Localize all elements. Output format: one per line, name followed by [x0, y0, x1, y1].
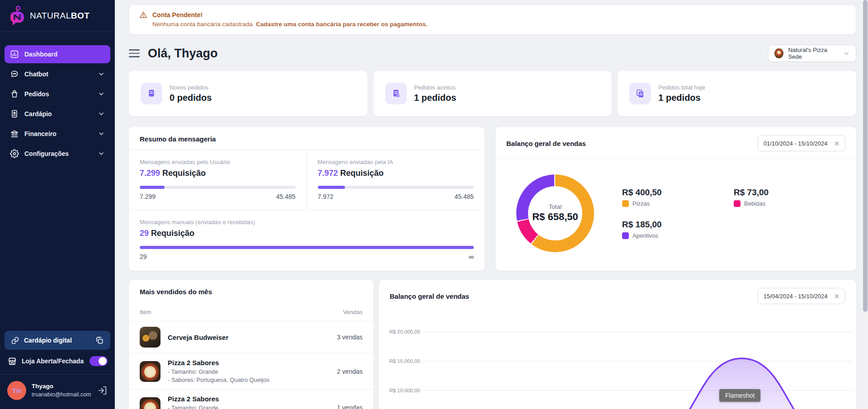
- donut-total-label: Total: [549, 203, 562, 210]
- date-range-filter[interactable]: 01/10/2024 - 15/10/2024 ✕: [758, 135, 845, 151]
- y-tick: R$ 10.000,00: [389, 388, 420, 393]
- page-scrollbar[interactable]: [863, 0, 868, 409]
- stat-value: 0 pedidos: [170, 93, 212, 103]
- shopping-bag-icon: [10, 89, 19, 99]
- storefront-icon: [7, 356, 17, 366]
- stat-label: Pedidos total hoje: [658, 84, 705, 91]
- donut-chart: Total R$ 658,50: [516, 174, 594, 252]
- chevron-down-icon: [98, 130, 105, 137]
- card-title: Resumo da mensageria: [140, 135, 216, 143]
- copy-icon[interactable]: [95, 336, 104, 345]
- metric-ia-messages: Mensagens enviadas pela IA 7.972 Requisi…: [307, 150, 485, 210]
- alert-action-link[interactable]: Cadastre uma conta bancária para receber…: [256, 21, 428, 28]
- stat-card-novos-pedidos: Novos pedidos 0 pedidos: [129, 71, 368, 116]
- alert-title: Conta Pendente!: [152, 11, 203, 19]
- donut-total-value: R$ 658,50: [532, 211, 578, 223]
- product-image-beer: [140, 327, 160, 348]
- menu-card-icon: [10, 109, 19, 118]
- toggle-knob: [99, 357, 107, 365]
- card-title: Balanço geral de vendas: [506, 140, 586, 147]
- sidebar-item-label: Dashboard: [24, 51, 57, 58]
- top-sellers-card: Mais vendidos do mês ItemVendas Cerveja …: [129, 280, 373, 409]
- legend-swatch: [622, 200, 629, 207]
- store-selector-value: Natural's Pizza Sede: [788, 47, 839, 60]
- cardapio-digital-label: Cardápio digital: [24, 337, 72, 344]
- documents-stack-icon: [629, 83, 651, 104]
- stat-value: 1 pedidos: [414, 93, 456, 103]
- naturalbot-logo-icon: [8, 6, 26, 26]
- sidebar-item-financeiro[interactable]: Financeiro: [5, 125, 110, 143]
- stat-card-pedidos-total: Pedidos total hoje 1 pedidos: [618, 71, 856, 116]
- product-image-pizza: [140, 397, 160, 409]
- stat-card-pedidos-aceitos: Pedidos aceitos 1 pedidos: [373, 71, 612, 116]
- bank-icon: [10, 129, 19, 138]
- brand-logo: NATURALBOT: [0, 0, 115, 32]
- hamburger-menu-icon[interactable]: [129, 49, 140, 57]
- logout-icon[interactable]: [98, 385, 108, 395]
- receipt-icon: [141, 83, 162, 104]
- user-email: trsanabio@hotmail.com: [32, 391, 91, 399]
- alert-message: Nenhuma conta bancária cadastrada. Cadas…: [152, 21, 846, 28]
- avatar: TH: [7, 381, 26, 400]
- store-status-label: Loja Aberta/Fechada: [22, 357, 84, 365]
- metric-number: 7.972: [318, 169, 338, 178]
- sidebar-item-chatbot[interactable]: Chatbot: [5, 65, 110, 83]
- chevron-down-icon: [98, 150, 105, 157]
- sidebar-item-label: Financeiro: [24, 130, 57, 137]
- table-row: Pizza 2 Sabores - Tamanho: Grande- Sabor…: [129, 353, 373, 389]
- sidebar-item-cardapio[interactable]: Cardápio: [5, 105, 110, 123]
- sidebar-menu: Dashboard Chatbot Pedidos Car: [0, 45, 115, 163]
- brand-name: NATURALBOT: [30, 11, 90, 21]
- warning-icon: [139, 11, 147, 19]
- metric-number: 7.299: [140, 169, 160, 178]
- metric-user-messages: Mensagens enviadas pelo Usuário 7.299 Re…: [129, 150, 307, 210]
- metric-manual-messages: Mensagens manuais (enviadas e recebidas)…: [129, 210, 485, 271]
- sales-balance-chart-card: Balanço geral de vendas 15/04/2024 - 15/…: [379, 280, 856, 409]
- infinity-symbol: ∞: [469, 253, 474, 261]
- date-range-filter[interactable]: 15/04/2024 - 15/10/2024 ✕: [758, 288, 845, 304]
- area-chart: R$ 20.000,00 R$ 15.000,00 R$ 10.000,00 R…: [379, 315, 856, 409]
- pending-account-alert: Conta Pendente! Nenhuma conta bancária c…: [129, 5, 856, 35]
- stat-label: Novos pedidos: [170, 84, 212, 91]
- date-range-value: 01/10/2024 - 15/10/2024: [764, 140, 828, 147]
- card-title: Balanço geral de vendas: [390, 292, 469, 300]
- chat-icon: [10, 70, 19, 79]
- flameshot-tooltip: Flameshot: [719, 389, 760, 402]
- sidebar-item-configuracoes[interactable]: Configurações: [5, 145, 110, 163]
- messaging-summary-card: Resumo da mensageria Mensagens enviadas …: [129, 127, 485, 271]
- main-content: Conta Pendente! Nenhuma conta bancária c…: [115, 0, 868, 409]
- sales-balance-donut-card: Balanço geral de vendas 01/10/2024 - 15/…: [495, 127, 856, 271]
- store-logo-icon: [774, 48, 783, 58]
- legend-item-bebidas: R$ 73,00 Bebidas: [734, 188, 845, 207]
- close-icon[interactable]: ✕: [834, 140, 840, 147]
- sidebar-item-label: Chatbot: [24, 71, 48, 78]
- close-icon[interactable]: ✕: [834, 293, 840, 300]
- store-open-toggle[interactable]: [90, 356, 108, 366]
- sidebar-item-dashboard[interactable]: Dashboard: [5, 45, 110, 63]
- legend-swatch: [734, 200, 741, 207]
- progress-bar: [140, 186, 296, 189]
- stat-value: 1 pedidos: [658, 93, 705, 103]
- product-image-pizza: [140, 361, 160, 382]
- legend-item-pizzas: R$ 400,50 Pizzas: [622, 188, 734, 207]
- sidebar-item-pedidos[interactable]: Pedidos: [5, 85, 110, 103]
- link-icon: [11, 336, 19, 345]
- sidebar-item-label: Configurações: [24, 150, 69, 157]
- chevron-down-icon: [98, 90, 105, 98]
- y-tick: R$ 20.000,00: [389, 329, 420, 334]
- store-selector[interactable]: Natural's Pizza Sede: [768, 45, 856, 62]
- donut-legend: R$ 400,50 Pizzas R$ 73,00 Bebidas R$ 185…: [622, 188, 845, 239]
- sidebar-item-label: Cardápio: [24, 110, 52, 118]
- table-header: ItemVendas: [129, 302, 373, 321]
- scrollbar-thumb[interactable]: [863, 0, 868, 312]
- page-title: Olá, Thyago: [148, 47, 218, 61]
- date-range-value: 15/04/2024 - 15/10/2024: [764, 293, 828, 300]
- user-name: Thyago: [32, 382, 91, 390]
- dashboard-icon: [10, 50, 19, 59]
- chevron-down-icon: [98, 71, 105, 78]
- receipt-check-icon: [385, 83, 407, 104]
- cardapio-digital-button[interactable]: Cardápio digital: [5, 331, 110, 350]
- app-root: NATURALBOT Dashboard Chatbot Pedid: [0, 0, 868, 409]
- user-section: TH Thyago trsanabio@hotmail.com: [0, 374, 115, 409]
- sidebar: NATURALBOT Dashboard Chatbot Pedid: [0, 0, 115, 409]
